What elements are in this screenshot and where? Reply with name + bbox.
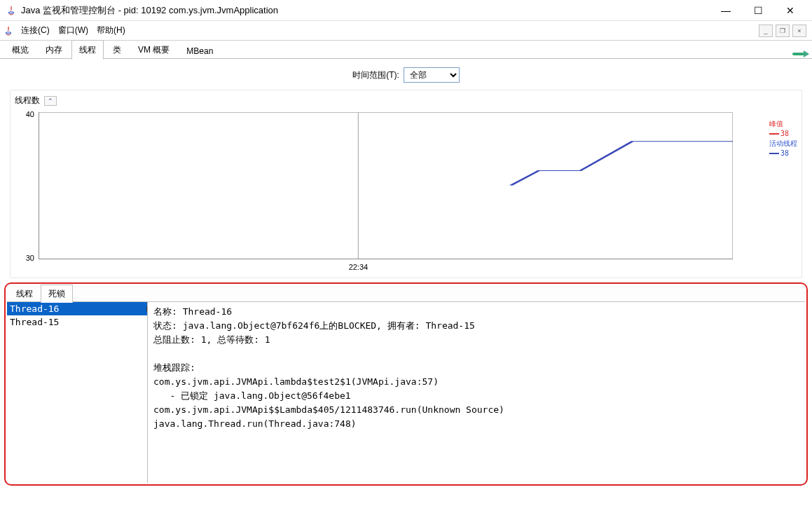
list-item[interactable]: Thread-16 xyxy=(7,302,147,315)
svg-point-0 xyxy=(8,11,14,13)
tab-classes[interactable]: 类 xyxy=(105,40,129,59)
legend-live-label: 活动线程 xyxy=(769,139,797,149)
internal-close-button[interactable]: × xyxy=(792,25,806,37)
java-icon xyxy=(6,5,17,16)
deadlock-thread-list[interactable]: Thread-16 Thread-15 xyxy=(7,302,148,483)
tab-vm-summary[interactable]: VM 概要 xyxy=(130,40,177,59)
thread-detail-text: 名称: Thread-16 状态: java.lang.Object@7bf62… xyxy=(148,302,805,483)
menubar: 连接(C) 窗口(W) 帮助(H) _ ❐ × xyxy=(0,21,812,41)
java-icon xyxy=(3,25,14,36)
time-range-select[interactable]: 全部 xyxy=(404,67,460,83)
y-tick-min: 30 xyxy=(26,254,34,262)
internal-minimize-button[interactable]: _ xyxy=(759,25,773,37)
time-range-row: 时间范围(T): 全部 xyxy=(0,59,812,87)
internal-window-controls: _ ❐ × xyxy=(759,25,809,37)
window-titlebar: Java 监视和管理控制台 - pid: 10192 com.ys.jvm.Jv… xyxy=(0,0,812,21)
btab-deadlock[interactable]: 死锁 xyxy=(41,285,73,303)
connection-status-icon xyxy=(792,49,808,59)
close-button[interactable]: ✕ xyxy=(774,1,806,20)
chart-y-axis: 40 30 xyxy=(15,109,39,271)
main-tabbar: 概览 内存 线程 类 VM 概要 MBean xyxy=(0,41,812,59)
svg-point-1 xyxy=(6,32,11,33)
tab-overview[interactable]: 概览 xyxy=(4,40,36,59)
deadlock-panel: 线程 死锁 Thread-16 Thread-15 名称: Thread-16 … xyxy=(4,282,808,486)
tab-memory[interactable]: 内存 xyxy=(38,40,70,59)
list-item[interactable]: Thread-15 xyxy=(7,315,147,329)
bottom-tabbar: 线程 死锁 xyxy=(7,285,805,302)
btab-threads[interactable]: 线程 xyxy=(8,285,41,302)
chart-title: 线程数 xyxy=(15,95,40,107)
legend-peak-label: 峰值 xyxy=(769,119,783,129)
thread-count-chart: 线程数 ⌃ 40 30 22:34 峰值 38 xyxy=(10,90,802,278)
tab-mbeans[interactable]: MBean xyxy=(179,42,221,59)
tab-threads[interactable]: 线程 xyxy=(71,40,104,60)
internal-maximize-button[interactable]: ❐ xyxy=(776,25,790,37)
minimize-button[interactable]: — xyxy=(710,1,742,20)
y-tick-max: 40 xyxy=(26,110,34,118)
x-tick-center: 22:34 xyxy=(349,263,369,271)
window-controls: — ☐ ✕ xyxy=(710,1,806,20)
window-title: Java 监视和管理控制台 - pid: 10192 com.ys.jvm.Jv… xyxy=(21,4,710,17)
legend-peak-value: 38 xyxy=(780,129,789,139)
maximize-button[interactable]: ☐ xyxy=(742,1,774,20)
menu-window[interactable]: 窗口(W) xyxy=(54,22,92,39)
legend-live-value: 38 xyxy=(780,149,789,158)
chart-plot-area: 22:34 峰值 38 活动线程 38 xyxy=(39,112,733,259)
time-range-label: 时间范围(T): xyxy=(352,69,399,81)
chart-legend: 峰值 38 活动线程 38 xyxy=(769,119,797,158)
chart-collapse-button[interactable]: ⌃ xyxy=(44,96,57,106)
menu-connect[interactable]: 连接(C) xyxy=(17,22,54,39)
menu-help[interactable]: 帮助(H) xyxy=(92,22,130,39)
